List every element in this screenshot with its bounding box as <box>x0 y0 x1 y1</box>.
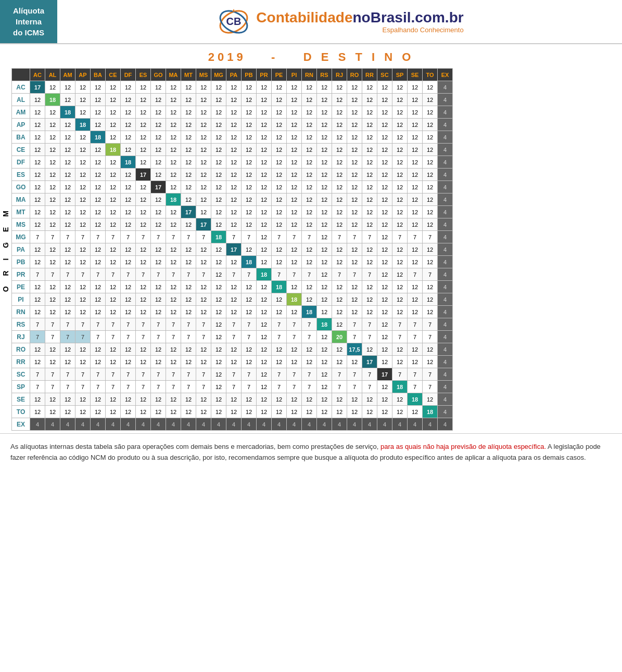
logo-tagline: Espalhando Conhecimento <box>256 26 463 34</box>
table-cell: 7 <box>392 318 408 331</box>
row-label-ex: EX <box>12 418 30 431</box>
table-cell: 12 <box>423 356 438 368</box>
table-cell: 7 <box>136 231 151 243</box>
table-cell: 12 <box>75 193 91 206</box>
table-cell: 12 <box>45 306 60 318</box>
table-cell: 12 <box>408 243 423 256</box>
table-cell: 12 <box>181 169 196 181</box>
table-cell: 12 <box>60 218 75 231</box>
table-cell: 7 <box>423 381 438 393</box>
table-cell: 12 <box>408 169 423 181</box>
table-cell: 4 <box>438 406 453 418</box>
table-cell: 18 <box>60 106 75 119</box>
table-cell: 12 <box>121 131 136 144</box>
table-cell: 7 <box>106 331 121 343</box>
row-label-sp: SP <box>12 381 30 393</box>
table-cell: 12 <box>211 343 226 356</box>
table-cell: 7 <box>30 381 45 393</box>
table-cell: 12 <box>362 293 377 306</box>
table-cell: 12 <box>423 393 438 406</box>
table-cell: 12 <box>211 406 226 418</box>
table-cell: 4 <box>272 418 287 431</box>
table-cell: 7 <box>181 381 196 393</box>
table-cell: 12 <box>257 193 272 206</box>
col-header-se: SE <box>408 69 423 81</box>
table-cell: 12 <box>257 406 272 418</box>
table-cell: 12 <box>106 81 121 94</box>
table-cell: 12 <box>91 406 106 418</box>
table-cell: 12 <box>317 81 332 94</box>
table-cell: 12 <box>151 193 166 206</box>
table-cell: 12 <box>106 406 121 418</box>
table-cell: 12 <box>45 356 60 368</box>
table-cell: 12 <box>211 206 226 218</box>
table-cell: 12 <box>121 356 136 368</box>
table-cell: 17 <box>181 206 196 218</box>
table-cell: 12 <box>347 243 362 256</box>
table-cell: 12 <box>377 293 392 306</box>
table-cell: 12 <box>272 156 287 169</box>
table-cell: 12 <box>317 181 332 193</box>
table-cell: 12 <box>408 131 423 144</box>
table-cell: 7 <box>272 268 287 281</box>
table-cell: 12 <box>362 206 377 218</box>
table-cell: 12 <box>166 293 181 306</box>
row-label-ap: AP <box>12 119 30 131</box>
table-cell: 12 <box>272 218 287 231</box>
col-header-go: GO <box>151 69 166 81</box>
table-cell: 18 <box>91 131 106 144</box>
table-cell: 7 <box>30 268 45 281</box>
table-cell: 4 <box>151 418 166 431</box>
table-cell: 4 <box>438 318 453 331</box>
table-cell: 12 <box>166 81 181 94</box>
table-cell: 12 <box>392 94 408 106</box>
table-cell: 12 <box>91 343 106 356</box>
table-row: PA12121212121212121212121212171212121212… <box>12 243 453 256</box>
table-cell: 12 <box>392 356 408 368</box>
table-cell: 12 <box>347 156 362 169</box>
table-cell: 17 <box>151 181 166 193</box>
table-cell: 12 <box>347 131 362 144</box>
table-cell: 7 <box>60 268 75 281</box>
table-cell: 12 <box>151 406 166 418</box>
table-cell: 12 <box>136 206 151 218</box>
table-cell: 12 <box>166 243 181 256</box>
table-cell: 12 <box>30 243 45 256</box>
table-cell: 17 <box>30 81 45 94</box>
table-cell: 7 <box>272 331 287 343</box>
table-cell: 12 <box>377 381 392 393</box>
table-row: PB12121212121212121212121212121812121212… <box>12 256 453 268</box>
table-cell: 12 <box>257 356 272 368</box>
row-label-ms: MS <box>12 218 30 231</box>
table-cell: 4 <box>438 181 453 193</box>
table-cell: 12 <box>408 119 423 131</box>
col-header-rn: RN <box>302 69 317 81</box>
col-header-al: AL <box>45 69 60 81</box>
row-label-ac: AC <box>12 81 30 94</box>
table-cell: 12 <box>362 193 377 206</box>
table-cell: 12 <box>211 381 226 393</box>
row-label-ma: MA <box>12 193 30 206</box>
table-cell: 12 <box>196 343 211 356</box>
table-cell: 12 <box>196 193 211 206</box>
table-cell: 12 <box>377 281 392 293</box>
table-cell: 12 <box>242 119 257 131</box>
table-cell: 12 <box>392 131 408 144</box>
table-cell: 7 <box>287 381 302 393</box>
table-cell: 12 <box>302 343 317 356</box>
table-cell: 12 <box>91 306 106 318</box>
table-cell: 7 <box>166 331 181 343</box>
table-cell: 12 <box>30 218 45 231</box>
table-cell: 12 <box>423 156 438 169</box>
table-cell: 12 <box>181 106 196 119</box>
table-cell: 12 <box>377 181 392 193</box>
table-row: PE12121212121212121212121212121212181212… <box>12 281 453 293</box>
table-cell: 7 <box>30 231 45 243</box>
table-cell: 12 <box>242 81 257 94</box>
table-cell: 7 <box>302 381 317 393</box>
table-cell: 7 <box>196 368 211 381</box>
footer-text-red: para as quais não haja previsão de alíqu… <box>378 443 546 450</box>
table-cell: 12 <box>121 206 136 218</box>
table-cell: 12 <box>302 144 317 156</box>
table-cell: 12 <box>377 393 392 406</box>
